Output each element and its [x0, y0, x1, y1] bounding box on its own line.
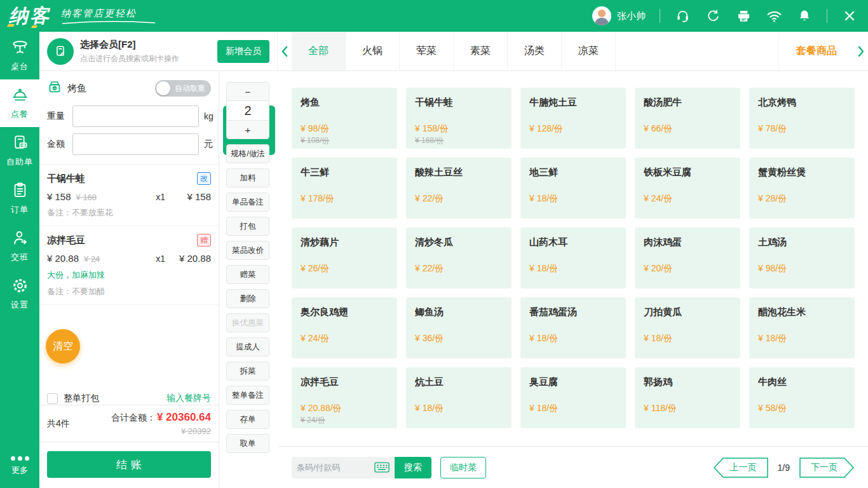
sidebar-item-tables[interactable]: 桌台	[0, 32, 39, 79]
order-panel: 烤鱼 自动取重 重量 kg 金额 元 取重	[39, 71, 219, 488]
order-note-button[interactable]: 整单备注	[226, 386, 269, 405]
dish-name: 番茄鸡蛋汤	[529, 306, 617, 318]
barcode-input[interactable]	[297, 463, 374, 472]
tabs-scroll-right-icon[interactable]	[854, 32, 868, 71]
change-price-button[interactable]: 菜品改价	[226, 241, 269, 260]
add-ingredient-button[interactable]: 加料	[226, 168, 269, 187]
member-section[interactable]: 选择会员[F2] 点击进行会员搜索或刷卡操作 新增会员	[39, 32, 278, 71]
auto-weigh-toggle[interactable]: 自动取重	[155, 80, 211, 97]
member-texts[interactable]: 选择会员[F2] 点击进行会员搜索或刷卡操作	[80, 39, 179, 64]
dish-price: ¥ 24/份	[301, 333, 329, 344]
menu-card[interactable]: 北京烤鸭¥ 78/份	[749, 88, 855, 149]
add-member-button[interactable]: 新增会员	[217, 40, 269, 63]
tab-combo-products[interactable]: 套餐商品	[779, 32, 854, 71]
menu-card[interactable]: 番茄鸡蛋汤¥ 18/份	[520, 297, 626, 358]
menu-card[interactable]: 牛肉丝¥ 58/份	[749, 367, 855, 428]
menu-card[interactable]: 凉拌毛豆¥ 20.88/份¥ 24/份	[292, 367, 397, 428]
wifi-icon[interactable]	[766, 8, 782, 24]
cloud-sync-icon[interactable]	[705, 8, 721, 24]
spec-method-button[interactable]: 规格/做法	[226, 144, 269, 163]
tab-vegetable[interactable]: 素菜	[454, 32, 508, 71]
dish-price: ¥ 18/份	[415, 403, 444, 414]
temp-dish-button[interactable]: 临时菜	[440, 457, 486, 478]
qty-plus-button[interactable]: +	[227, 121, 269, 139]
dish-price: ¥ 22/份	[415, 263, 444, 274]
clear-order-button[interactable]: 清空	[46, 329, 80, 363]
sidebar-item-orders[interactable]: 订单	[0, 175, 39, 222]
next-page-button[interactable]: 下一页	[799, 458, 854, 478]
item-note-button[interactable]: 单品备注	[226, 193, 269, 212]
tab-all[interactable]: 全部	[292, 32, 346, 71]
split-dish-button[interactable]: 拆菜	[226, 362, 269, 381]
menu-card[interactable]: 酸汤肥牛¥ 66/份	[635, 88, 740, 149]
menu-card[interactable]: 山药木耳¥ 18/份	[520, 227, 626, 288]
menu-card[interactable]: 清炒冬瓜¥ 22/份	[406, 227, 512, 288]
search-button[interactable]: 搜索	[395, 457, 431, 478]
amount-input[interactable]	[72, 133, 199, 155]
dish-price: ¥ 178/份	[301, 193, 334, 205]
sidebar-item-label: 自助单	[6, 156, 33, 168]
dish-price: ¥ 22/份	[415, 193, 444, 205]
gift-dish-button[interactable]: 赠菜	[226, 265, 269, 284]
quantity-stepper: − 2 +	[226, 82, 269, 139]
printer-icon[interactable]	[735, 8, 752, 24]
keyboard-icon[interactable]	[374, 462, 390, 473]
menu-card[interactable]: 郭扬鸡¥ 118/份	[635, 367, 740, 428]
checkout-button[interactable]: 结账	[47, 451, 211, 478]
commission-person-button[interactable]: 提成人	[226, 337, 269, 356]
user-chip[interactable]: 张小帅	[592, 6, 646, 25]
menu-card[interactable]: 烤鱼¥ 98/份¥ 108/份	[292, 88, 397, 149]
sidebar-item-shift[interactable]: 交班	[0, 222, 39, 270]
menu-card[interactable]: 炕土豆¥ 18/份	[406, 367, 512, 428]
sidebar-item-selfservice[interactable]: 自助单	[0, 127, 39, 175]
pack-button[interactable]: 打包	[226, 217, 269, 236]
menu-card[interactable]: 铁板米豆腐¥ 24/份	[635, 158, 740, 219]
order-item[interactable]: 干锅牛蛙 改 ¥ 158 ¥ 168 x1 ¥ 158 备注：不要放葱花	[39, 165, 219, 226]
dish-name: 地三鲜	[529, 166, 617, 179]
header-row: 选择会员[F2] 点击进行会员搜索或刷卡操作 新增会员 全部 火锅 荤菜 素菜 …	[39, 32, 868, 71]
menu-card[interactable]: 清炒藕片¥ 26/份	[292, 227, 397, 288]
order-item-price: ¥ 20.88	[47, 253, 79, 264]
close-icon[interactable]	[841, 8, 858, 24]
weigh-section: 烤鱼 自动取重 重量 kg 金额 元 取重	[39, 71, 219, 165]
menu-card[interactable]: 刀拍黄瓜¥ 18/份	[635, 297, 740, 358]
support-headset-icon[interactable]	[674, 8, 691, 24]
pack-whole-order-checkbox[interactable]	[47, 393, 58, 404]
retrieve-order-button[interactable]: 取单	[226, 434, 269, 453]
prev-page-button[interactable]: 上一页	[714, 458, 768, 478]
dish-price: ¥ 28/份	[758, 193, 787, 205]
menu-card[interactable]: 奥尔良鸡翅¥ 24/份	[292, 297, 397, 358]
delete-button[interactable]: 删除	[226, 289, 269, 308]
menu-card[interactable]: 干锅牛蛙¥ 158/份¥ 168/份	[406, 88, 512, 149]
menu-card[interactable]: 鲫鱼汤¥ 36/份	[406, 297, 512, 358]
dish-name: 酸汤肥牛	[644, 97, 731, 109]
menu-card[interactable]: 土鸡汤¥ 98/份	[749, 227, 855, 288]
menu-card[interactable]: 地三鲜¥ 18/份	[520, 158, 626, 219]
menu-card[interactable]: 酸辣土豆丝¥ 22/份	[406, 158, 512, 219]
menu-card[interactable]: 牛腩炖土豆¥ 128/份	[520, 88, 626, 149]
tab-cold[interactable]: 凉菜	[562, 32, 616, 71]
notification-bell-icon[interactable]	[796, 8, 813, 24]
menu-card[interactable]: 肉沫鸡蛋¥ 20/份	[635, 227, 740, 288]
dish-price: ¥ 18/份	[529, 193, 558, 205]
order-totals: 共4件 合计金额： ¥ 20360.64 ¥ 20392	[39, 405, 219, 442]
tabs-scroll-left-icon[interactable]	[278, 32, 292, 71]
qty-minus-button[interactable]: −	[227, 83, 269, 100]
tab-meat[interactable]: 荤菜	[400, 32, 454, 71]
order-item[interactable]: 凉拌毛豆 赠 ¥ 20.88 ¥ 24 x1 ¥ 20.88 大份，加麻加辣 备…	[39, 226, 219, 305]
menu-card[interactable]: 蟹黄粉丝煲¥ 28/份	[749, 158, 855, 219]
menu-card[interactable]: 牛三鲜¥ 178/份	[292, 158, 397, 219]
dish-price: ¥ 78/份	[758, 123, 787, 135]
menu-card[interactable]: 醋泡花生米¥ 18/份	[749, 297, 855, 358]
weight-input[interactable]	[72, 105, 199, 127]
tab-soup[interactable]: 汤类	[508, 32, 562, 71]
dish-name: 凉拌毛豆	[301, 376, 388, 388]
sidebar-item-more[interactable]: 更多	[0, 444, 39, 488]
dish-name: 酸辣土豆丝	[415, 166, 503, 179]
enter-table-number-link[interactable]: 输入餐牌号	[166, 393, 211, 404]
save-order-button[interactable]: 存单	[226, 410, 269, 429]
tab-hotpot[interactable]: 火锅	[346, 32, 400, 71]
sidebar-item-settings[interactable]: 设置	[0, 270, 39, 318]
menu-card[interactable]: 臭豆腐¥ 18/份	[520, 367, 626, 428]
sidebar-item-ordering[interactable]: 点餐	[0, 79, 39, 127]
